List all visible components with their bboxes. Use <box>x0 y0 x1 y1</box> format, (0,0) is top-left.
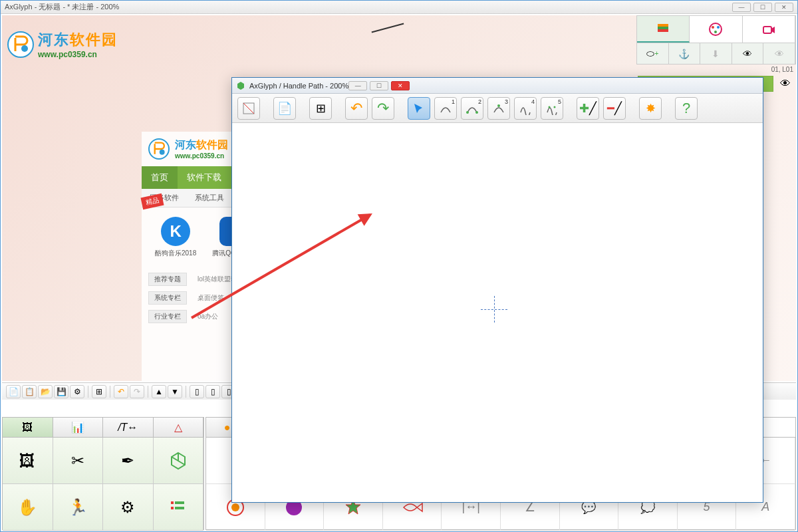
subnav-item[interactable]: 系统工具 <box>187 189 232 207</box>
open-button[interactable]: 📂 <box>38 385 53 398</box>
svg-rect-10 <box>171 501 174 504</box>
settings-button[interactable]: ⚙ <box>70 385 84 398</box>
drawn-line <box>372 23 404 33</box>
svg-point-22 <box>549 106 551 108</box>
align-button[interactable]: ▯ <box>190 385 204 398</box>
minimize-button[interactable]: — <box>348 81 367 90</box>
watermark-url: www.pc0359.cn <box>38 50 118 59</box>
watermark-name: 河东软件园 <box>38 30 118 50</box>
gear-tool[interactable]: ⚙ <box>103 484 154 531</box>
svg-rect-2 <box>658 29 668 32</box>
svg-rect-3 <box>658 27 668 29</box>
curve1-tool[interactable]: 1 <box>434 97 457 120</box>
doc-button[interactable]: 📋 <box>22 385 37 398</box>
anchor-button[interactable]: ⚓ <box>669 43 701 64</box>
help-button[interactable]: ? <box>675 97 698 120</box>
watermark-logo: 河东软件园 www.pc0359.cn <box>7 30 118 59</box>
svg-point-20 <box>475 111 478 114</box>
layers-tab[interactable] <box>637 16 690 43</box>
site-name: 河东软件园 <box>175 138 228 152</box>
svg-point-0 <box>21 45 28 52</box>
sec-canvas[interactable] <box>232 123 763 502</box>
grid-button[interactable]: ⊞ <box>92 385 106 398</box>
maximize-button[interactable]: ☐ <box>370 81 388 90</box>
add-point-button[interactable]: ✚╱ <box>577 97 599 120</box>
scissors-tool[interactable]: ✂ <box>53 438 104 484</box>
svg-rect-12 <box>171 507 174 509</box>
camera-tab[interactable] <box>743 16 795 43</box>
down-button[interactable]: ⬇ <box>700 43 732 64</box>
ellipse-add-button[interactable]: ⬭+ <box>637 43 669 64</box>
save-button[interactable]: 💾 <box>54 385 68 398</box>
nav-home[interactable]: 首页 <box>142 166 178 189</box>
star-button[interactable]: ✸ <box>639 97 662 120</box>
svg-point-8 <box>714 31 717 33</box>
sec-title: AxGlyph / Handle Path - 200% <box>249 82 348 90</box>
sec-titlebar[interactable]: AxGlyph / Handle Path - 200% — ☐ ✕ <box>232 78 763 94</box>
nav-download[interactable]: 软件下载 <box>178 166 231 189</box>
hand-tool[interactable]: ✋ <box>3 484 53 531</box>
redo-button[interactable]: ↷ <box>130 385 144 398</box>
minimize-button[interactable]: — <box>732 3 751 12</box>
page-button[interactable]: 📄 <box>273 97 296 120</box>
pen-tool[interactable]: ✒ <box>103 438 154 484</box>
svg-rect-13 <box>175 507 184 509</box>
layer-up-button[interactable]: ▲ <box>152 385 166 398</box>
curve2-tool[interactable]: 2 <box>461 97 483 120</box>
del-point-button[interactable]: ━╱ <box>603 97 626 120</box>
svg-point-6 <box>712 26 714 29</box>
select-tool[interactable] <box>408 97 430 120</box>
logo-icon <box>7 31 34 58</box>
shape-tab[interactable]: △ <box>154 418 204 437</box>
svg-point-5 <box>710 23 722 35</box>
image-tab[interactable]: 🖼 <box>3 418 53 437</box>
align-button[interactable]: ▯ <box>205 385 220 398</box>
site-url: www.pc0359.cn <box>175 152 228 160</box>
cube-tool[interactable] <box>154 438 204 484</box>
chart-tab[interactable]: 📊 <box>53 418 104 437</box>
undo-button[interactable]: ↶ <box>345 97 368 120</box>
grid-button[interactable]: ⊞ <box>309 97 332 120</box>
palette-tab[interactable] <box>690 16 742 43</box>
new-button[interactable]: 📄 <box>6 385 21 398</box>
handle-path-window: AxGlyph / Handle Path - 200% — ☐ ✕ 📄 ⊞ ↶… <box>231 77 763 503</box>
logo-icon <box>148 138 170 160</box>
layer-down-button[interactable]: ▼ <box>168 385 182 398</box>
layer-info: 01, L01 <box>636 65 796 74</box>
tool-palette: 🖼 📊 /T↔ △ 🖼 ✂ ✒ ✋ 🏃 ⚙ <box>2 417 204 530</box>
list-tool[interactable] <box>154 484 204 531</box>
edit-button[interactable] <box>237 97 260 120</box>
undo-button[interactable]: ↶ <box>114 385 128 398</box>
main-titlebar[interactable]: AxGlyph - 无标题 - * 未注册 - 200% — ☐ ✕ <box>1 1 797 14</box>
app-icon <box>236 81 245 90</box>
curve5-tool[interactable]: 5 <box>541 97 563 120</box>
maximize-button[interactable]: ☐ <box>753 3 772 12</box>
svg-point-21 <box>497 104 500 107</box>
app-item[interactable]: K酷狗音乐2018 <box>155 217 196 258</box>
redo-button[interactable]: ↷ <box>372 97 394 120</box>
svg-point-23 <box>554 106 556 108</box>
runner-tool[interactable]: 🏃 <box>53 484 104 531</box>
svg-rect-9 <box>763 27 771 33</box>
svg-rect-11 <box>175 501 184 504</box>
close-button[interactable]: ✕ <box>775 3 793 12</box>
svg-point-1 <box>160 150 165 155</box>
image-tool[interactable]: 🖼 <box>3 438 53 484</box>
svg-rect-4 <box>658 24 668 27</box>
svg-point-19 <box>466 111 469 114</box>
app-title: AxGlyph - 无标题 - * 未注册 - 200% <box>5 2 119 12</box>
curve4-tool[interactable]: 4 <box>514 97 537 120</box>
close-button[interactable]: ✕ <box>391 81 410 90</box>
sec-toolbar: 📄 ⊞ ↶ ↷ 1 2 3 4 5 ✚╱ ━╱ ✸ ? <box>232 94 763 123</box>
eye-icon[interactable]: 👁 <box>776 76 795 92</box>
svg-point-16 <box>231 503 239 511</box>
eye-off-button[interactable]: 👁 <box>763 43 795 64</box>
curve3-tool[interactable]: 3 <box>487 97 510 120</box>
svg-point-7 <box>717 26 720 29</box>
eye-button[interactable]: 👁 <box>732 43 764 64</box>
text-tab[interactable]: /T↔ <box>103 418 154 437</box>
